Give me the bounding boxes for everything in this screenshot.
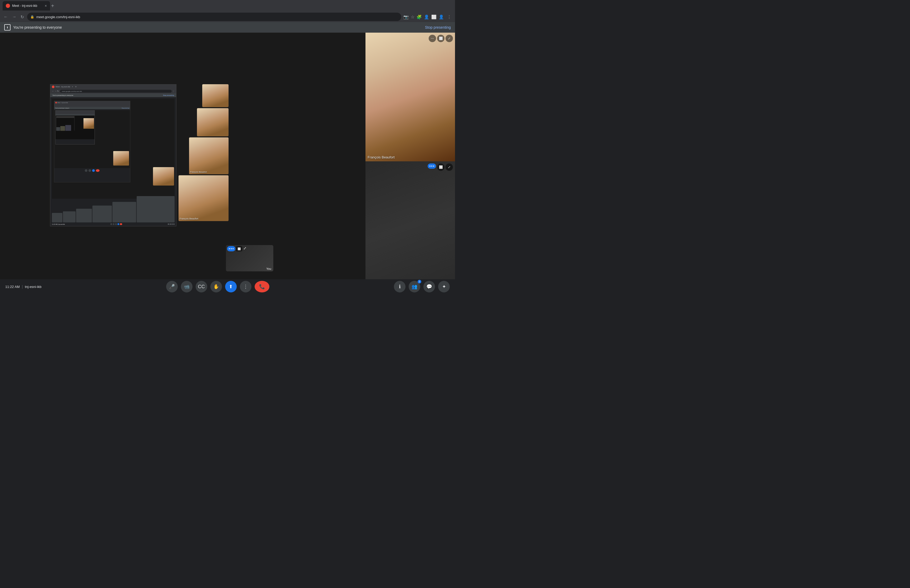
captions-icon: CC (198, 284, 205, 289)
you-tile-overlay: ⬜ ⤢ You (226, 245, 273, 271)
you-tile-pip[interactable]: ⬜ (437, 163, 444, 171)
bookmark-icon[interactable]: ☆ (411, 15, 414, 19)
mic-button[interactable]: 🎤 (166, 281, 178, 292)
activities-button[interactable]: ✦ (438, 281, 450, 292)
nested-tool-2 (89, 169, 91, 172)
ss-face-4: François Beaufort (178, 175, 229, 221)
you-tile-top-controls: ⬜ ⤢ (227, 246, 246, 251)
nested-level4 (56, 116, 74, 131)
bottom-toolbar: 11:22 AM | tnj-esni-ikb 🎤 📹 CC ✋ ⬆ ⋮ 📞 ℹ (0, 279, 455, 294)
francois-tile-pip[interactable]: ⬜ (437, 35, 444, 42)
francois-top-tile-controls: ⋯ ⬜ ⤢ (429, 35, 453, 42)
profile-icon[interactable]: 👤 (424, 15, 429, 19)
nested-content-2 (54, 110, 130, 168)
nested-stop-btn: Stop presenting (163, 94, 174, 96)
nested-video-tiles (153, 167, 174, 186)
right-sidebar: ⋯ ⬜ ⤢ François Beaufort ⬜ ⤢ You (365, 32, 455, 290)
nested-rt3 (171, 223, 173, 225)
camera-browser-icon[interactable]: 📷 (403, 15, 409, 19)
nested-tool-3 (92, 169, 95, 172)
toolbar-right: ℹ 👥 3 💬 ✦ (394, 281, 450, 292)
nested-url: meet.google.com/tnj-esni-ikb (61, 90, 82, 92)
present-button[interactable]: ⬆ (225, 281, 237, 292)
dots-indicator[interactable] (227, 246, 235, 251)
browser-tab[interactable]: Meet - tnj-esni-ikb × (3, 1, 50, 11)
nested-bar-2: Meet - tnj-esni-ikb (54, 101, 130, 104)
meeting-id-display: tnj-esni-ikb (25, 285, 42, 289)
people-button[interactable]: 👥 3 (409, 281, 420, 292)
nested-video-row (52, 196, 175, 222)
nested-rt4 (173, 223, 175, 225)
chat-button[interactable]: 💬 (423, 281, 435, 292)
nested-video-sm (63, 212, 76, 222)
nested-video-lg (92, 205, 112, 222)
nested-t3 (115, 223, 117, 225)
nested-nav-bar-1: ← → ↻ meet.google.com/tnj-esni-ikb ⋮ (50, 89, 176, 94)
extensions-icon[interactable]: 🧩 (417, 15, 422, 19)
more-options-button[interactable]: ⋮ (240, 281, 251, 292)
ss-face-label: François Beaufort (190, 171, 207, 173)
people-icon: 👥 (412, 284, 417, 289)
nested-video-xxl (137, 196, 175, 222)
francois-tile-expand[interactable]: ⤢ (446, 35, 453, 42)
you-tile-expand[interactable]: ⤢ (446, 163, 453, 171)
more-options-button[interactable]: ⋮ (446, 13, 453, 21)
nested-new-tab: + (75, 85, 77, 88)
camera-icon: 📹 (184, 284, 189, 289)
you-expand-icon[interactable]: ⤢ (243, 246, 246, 251)
nested-title-2: Meet - tnj-esni-ikb (57, 102, 68, 103)
nested-browser-bar-1: Meet - tnj-esni-ikb × + (50, 84, 176, 89)
nested-browser-level1: Meet - tnj-esni-ikb × + ← → ↻ meet.googl… (50, 84, 176, 226)
you-dots[interactable] (428, 163, 436, 169)
nested-actions: ⋮ (173, 90, 175, 92)
nested-t4 (118, 223, 119, 225)
back-button[interactable]: ← (3, 13, 9, 20)
refresh-button[interactable]: ↻ (19, 13, 25, 21)
you-pip-icon[interactable]: ⬜ (236, 246, 242, 251)
you-label: You (266, 267, 271, 270)
sidebar-toggle-icon[interactable]: ⬜ (431, 15, 436, 19)
lock-icon: 🔒 (30, 15, 34, 19)
ss-face-4-label: François Beaufort (179, 217, 198, 220)
tiny-video-1 (57, 127, 60, 131)
raise-hand-icon: ✋ (213, 284, 219, 289)
tiny-video-2 (60, 126, 65, 131)
nested-rt2 (170, 223, 171, 225)
raise-hand-button[interactable]: ✋ (210, 281, 222, 292)
you-tile-controls: ⬜ ⤢ (428, 163, 453, 171)
nested-video-xs (52, 213, 62, 222)
activities-icon: ✦ (442, 284, 446, 289)
info-button[interactable]: ℹ (394, 281, 406, 292)
nested-video-xl (112, 202, 136, 222)
captions-button[interactable]: CC (196, 281, 207, 292)
nested-rt1 (168, 223, 169, 225)
nested-right-tools (168, 223, 175, 225)
nested-end (120, 223, 122, 225)
dot-1 (229, 248, 230, 249)
dot-2 (231, 248, 232, 249)
nested-content-3 (55, 116, 95, 139)
account-icon[interactable]: 👤 (439, 15, 444, 19)
toolbar-center: 🎤 📹 CC ✋ ⬆ ⋮ 📞 (166, 281, 269, 292)
nested-bar-3 (55, 111, 95, 112)
stop-presenting-button[interactable]: Stop presenting (425, 25, 451, 29)
face-in-nested-2 (113, 151, 129, 166)
new-tab-button[interactable]: + (51, 3, 54, 9)
forward-button[interactable]: → (11, 13, 18, 20)
address-bar[interactable]: 🔒 meet.google.com/tnj-esni-ikb (27, 13, 401, 21)
nested-inner-4 (57, 118, 74, 131)
nested-time: 11:22 AM | tnj-esni-ikb (52, 223, 65, 225)
ss-face-2 (197, 108, 229, 136)
francois-name-top: François Beaufort (368, 155, 395, 159)
francois-tile-more[interactable]: ⋯ (429, 35, 436, 42)
nested-tab-label: Meet - tnj-esni-ikb (55, 86, 70, 88)
nested-stop-2: Stop presenting (122, 107, 129, 109)
toolbar-separator: | (22, 284, 23, 289)
nested-presenting-text: You're presenting to everyone (52, 94, 73, 96)
camera-button[interactable]: 📹 (181, 281, 192, 292)
end-call-button[interactable]: 📞 (255, 281, 269, 292)
dot-a (430, 166, 430, 166)
nested-tool-1 (85, 169, 87, 172)
tab-close-button[interactable]: × (45, 4, 47, 8)
end-call-icon: 📞 (259, 284, 265, 289)
